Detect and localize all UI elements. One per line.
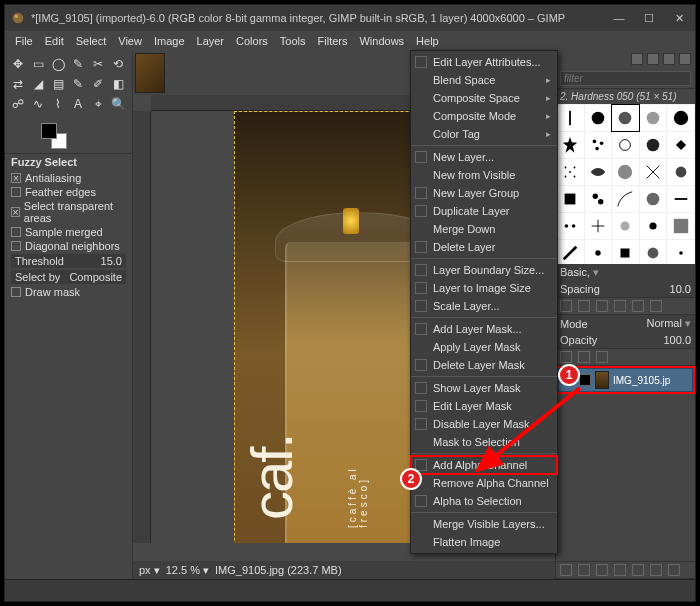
tool-crop[interactable]: ✂ <box>89 55 107 73</box>
mi-alpha-to-sel[interactable]: Alpha to Selection <box>411 492 557 510</box>
spacing-row[interactable]: Spacing10.0 <box>556 281 695 297</box>
brush-item[interactable] <box>585 159 612 185</box>
layer-action-icon[interactable] <box>560 564 572 576</box>
brush-item[interactable] <box>557 105 584 131</box>
layer-action-icon[interactable] <box>596 564 608 576</box>
menu-layer[interactable]: Layer <box>191 33 231 49</box>
mi-new-from-visible[interactable]: New from Visible <box>411 166 557 184</box>
brush-preset-row[interactable]: Basic, <box>556 264 695 281</box>
brush-item[interactable] <box>667 105 694 131</box>
mi-duplicate-layer[interactable]: Duplicate Layer <box>411 202 557 220</box>
mi-composite-space[interactable]: Composite Space <box>411 89 557 107</box>
status-unit[interactable]: px ▾ <box>139 564 160 577</box>
tool-picker[interactable]: ⌖ <box>89 95 107 113</box>
menu-tools[interactable]: Tools <box>274 33 312 49</box>
brush-item[interactable] <box>585 186 612 212</box>
brush-item[interactable] <box>557 240 584 264</box>
brush-item[interactable] <box>612 213 639 239</box>
fg-color[interactable] <box>41 123 57 139</box>
brush-item[interactable] <box>557 159 584 185</box>
opt-drawmask-check[interactable] <box>11 287 21 297</box>
layer-thumbnail[interactable] <box>595 371 609 389</box>
brush-item[interactable] <box>585 105 612 131</box>
brush-item[interactable] <box>640 186 667 212</box>
menu-image[interactable]: Image <box>148 33 191 49</box>
tool-pencil[interactable]: ✎ <box>69 75 87 93</box>
brush-action-icon[interactable] <box>614 300 626 312</box>
brushes-grid[interactable] <box>556 104 695 264</box>
brush-item[interactable] <box>612 240 639 264</box>
mi-scale-layer[interactable]: Scale Layer... <box>411 297 557 315</box>
lock-icon[interactable] <box>578 351 590 363</box>
ruler-vertical[interactable] <box>133 111 151 543</box>
brush-action-icon[interactable] <box>578 300 590 312</box>
minimize-button[interactable]: — <box>613 12 625 24</box>
tool-clone[interactable]: ☍ <box>9 95 27 113</box>
brush-item[interactable] <box>557 186 584 212</box>
mi-new-layer[interactable]: New Layer... <box>411 148 557 166</box>
layer-action-icon[interactable] <box>650 564 662 576</box>
brush-item[interactable] <box>585 132 612 158</box>
selectby-row[interactable]: Select byComposite <box>11 270 126 284</box>
menu-colors[interactable]: Colors <box>230 33 274 49</box>
brush-item[interactable] <box>640 105 667 131</box>
lock-icon[interactable] <box>596 351 608 363</box>
menu-select[interactable]: Select <box>70 33 113 49</box>
maximize-button[interactable]: ☐ <box>643 12 655 24</box>
dock-tab-icon[interactable] <box>679 53 691 65</box>
opt-antialias-check[interactable] <box>11 173 21 183</box>
opt-diagonal-check[interactable] <box>11 241 21 251</box>
mi-layer-boundary[interactable]: Layer Boundary Size... <box>411 261 557 279</box>
brush-item[interactable] <box>667 240 694 264</box>
brush-action-icon[interactable] <box>632 300 644 312</box>
tool-gradient[interactable]: ▤ <box>49 75 67 93</box>
mi-add-mask[interactable]: Add Layer Mask... <box>411 320 557 338</box>
brush-item[interactable] <box>667 159 694 185</box>
layer-opacity-row[interactable]: Opacity100.0 <box>556 332 695 348</box>
brush-item[interactable] <box>557 132 584 158</box>
tool-free-select[interactable]: ◯ <box>49 55 67 73</box>
mi-blend-space[interactable]: Blend Space <box>411 71 557 89</box>
brush-item[interactable] <box>585 240 612 264</box>
layer-name[interactable]: IMG_9105.jp <box>613 375 670 386</box>
image-tab-thumb[interactable] <box>135 53 165 93</box>
tool-text[interactable]: A <box>69 95 87 113</box>
dock-tab-icon[interactable] <box>663 53 675 65</box>
menu-view[interactable]: View <box>112 33 148 49</box>
tool-rotate[interactable]: ⟲ <box>109 55 127 73</box>
layer-action-icon[interactable] <box>632 564 644 576</box>
tool-move[interactable]: ✥ <box>9 55 27 73</box>
brush-item[interactable] <box>667 132 694 158</box>
menu-edit[interactable]: Edit <box>39 33 70 49</box>
tool-zoom[interactable]: 🔍 <box>109 95 127 113</box>
close-button[interactable]: ✕ <box>673 12 685 24</box>
tool-smudge[interactable]: ∿ <box>29 95 47 113</box>
tool-rect-select[interactable]: ▭ <box>29 55 47 73</box>
menu-file[interactable]: File <box>9 33 39 49</box>
dock-tab-icon[interactable] <box>647 53 659 65</box>
layer-mode-row[interactable]: ModeNormal <box>556 315 695 332</box>
tool-bucket[interactable]: ◢ <box>29 75 47 93</box>
layer-action-icon[interactable] <box>578 564 590 576</box>
brush-action-icon[interactable] <box>596 300 608 312</box>
mi-color-tag[interactable]: Color Tag <box>411 125 557 143</box>
fg-bg-swatch[interactable] <box>41 123 67 149</box>
brush-item[interactable] <box>585 213 612 239</box>
lock-icon[interactable] <box>560 351 572 363</box>
dock-tab-icon[interactable] <box>631 53 643 65</box>
brush-item[interactable] <box>640 132 667 158</box>
threshold-row[interactable]: Threshold15.0 <box>11 254 126 268</box>
opt-feather-check[interactable] <box>11 187 21 197</box>
mi-layer-to-image[interactable]: Layer to Image Size <box>411 279 557 297</box>
brush-item[interactable] <box>640 240 667 264</box>
tool-brush[interactable]: ✐ <box>89 75 107 93</box>
tool-fuzzy-select[interactable]: ✎ <box>69 55 87 73</box>
status-zoom[interactable]: 12.5 % ▾ <box>166 564 209 577</box>
mi-delete-layer[interactable]: Delete Layer <box>411 238 557 256</box>
tool-eraser[interactable]: ◧ <box>109 75 127 93</box>
mi-edit-layer-attrs[interactable]: Edit Layer Attributes... <box>411 53 557 71</box>
mi-merge-visible[interactable]: Merge Visible Layers... <box>411 515 557 533</box>
brush-item[interactable] <box>557 213 584 239</box>
menu-windows[interactable]: Windows <box>353 33 410 49</box>
brushes-filter-input[interactable] <box>560 71 691 86</box>
